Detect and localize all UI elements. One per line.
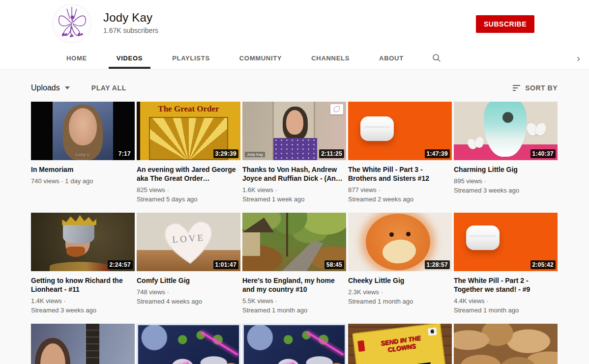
duration-badge: 2:05:42 bbox=[530, 260, 556, 269]
svg-text:LOVE: LOVE bbox=[172, 232, 205, 245]
duration-badge: 3:29:39 bbox=[213, 149, 238, 158]
video-meta: 2.3K views ·Streamed 1 month ago bbox=[348, 287, 452, 306]
thumbnail-art bbox=[286, 213, 288, 256]
video-thumbnail[interactable]: Seasons of life bbox=[454, 324, 558, 364]
heart-art: LOVE bbox=[160, 214, 217, 268]
tab-community[interactable]: COMMUNITY bbox=[232, 47, 290, 69]
uploads-dropdown[interactable]: Uploads bbox=[31, 84, 70, 92]
sort-by-button[interactable]: SORT BY bbox=[513, 84, 558, 92]
thumbnail-art: SEND IN THE CLOWNS bbox=[352, 324, 448, 364]
thumbnail-art bbox=[202, 332, 238, 356]
video-meta: 1.4K views ·Streamed 3 weeks ago bbox=[31, 296, 135, 315]
video-title[interactable]: Thanks to Von Hash, Andrew Joyce and Ruf… bbox=[242, 165, 346, 183]
video-thumbnail[interactable]: LOVE 1:01:47 bbox=[137, 213, 240, 271]
search-icon bbox=[432, 54, 441, 62]
video-title[interactable]: The White Pill - Part 2 - Together we st… bbox=[454, 276, 558, 294]
thumbnail-text: The Great Order bbox=[137, 104, 240, 114]
duration-badge: 1:28:57 bbox=[425, 260, 450, 269]
thumbnail-art bbox=[66, 247, 85, 257]
subscriber-count: 1.67K subscribers bbox=[103, 27, 158, 34]
video-thumbnail[interactable] bbox=[31, 324, 135, 364]
video-title[interactable]: Comfy Little Gig bbox=[137, 276, 240, 285]
thumbnail-art bbox=[307, 332, 344, 356]
video-card[interactable]: Jody Kay 2:11:25 Thanks to Von Hash, And… bbox=[242, 102, 346, 213]
video-thumbnail[interactable]: Jody Kay 2:11:25 bbox=[242, 102, 346, 160]
duration-badge: 1:01:47 bbox=[213, 260, 238, 269]
video-title[interactable]: Here's to England, my home and my countr… bbox=[242, 276, 346, 294]
thumbnail-art bbox=[466, 225, 500, 250]
video-card[interactable]: 1:40:37 Charming Little Gig 895 views ·S… bbox=[454, 102, 558, 213]
thumbnail-art bbox=[62, 215, 96, 225]
fairy-illustration-icon bbox=[52, 4, 91, 43]
video-thumbnail[interactable] bbox=[137, 324, 240, 364]
video-card[interactable]: Lucy L 7:17 In Memoriam 740 views · 1 da… bbox=[31, 102, 135, 213]
video-thumbnail[interactable]: 58:45 bbox=[242, 213, 346, 271]
thumbnail-watermark: Jody Kay bbox=[245, 152, 265, 157]
channel-logo-overlay bbox=[330, 104, 343, 114]
thumbnail-art bbox=[242, 218, 274, 232]
video-title[interactable]: Charming Little Gig bbox=[454, 165, 558, 174]
video-thumbnail[interactable]: 1:28:57 bbox=[348, 213, 452, 271]
thumbnail-art bbox=[50, 262, 110, 271]
channel-name: Jody Kay bbox=[103, 11, 152, 25]
video-card[interactable]: 1:28:57 Cheeky Little Gig 2.3K views ·St… bbox=[348, 213, 452, 324]
video-card[interactable]: The Great Order 3:29:39 An evening with … bbox=[137, 102, 240, 213]
video-title[interactable]: Cheeky Little Gig bbox=[348, 276, 452, 285]
thumbnail-art bbox=[69, 108, 97, 145]
chevron-right-icon[interactable]: › bbox=[577, 47, 580, 69]
subscribe-button[interactable]: SUBSCRIBE bbox=[476, 15, 534, 33]
video-meta: 4.4K views ·Streamed 1 month ago bbox=[454, 296, 558, 315]
video-meta: 748 views ·Streamed 4 weeks ago bbox=[137, 287, 240, 306]
video-card[interactable]: SEND IN THE CLOWNS bbox=[348, 324, 452, 364]
video-card[interactable] bbox=[31, 324, 135, 364]
video-title[interactable]: An evening with Jared George aka The Gre… bbox=[137, 165, 240, 183]
play-all-button[interactable]: PLAY ALL bbox=[91, 84, 126, 92]
video-grid: Lucy L 7:17 In Memoriam 740 views · 1 da… bbox=[0, 95, 589, 364]
video-card[interactable]: LOVE 1:01:47 Comfy Little Gig 748 views … bbox=[137, 213, 240, 324]
video-card[interactable]: 1:47:39 The White Pill - Part 3 - Brothe… bbox=[348, 102, 452, 213]
video-thumbnail[interactable] bbox=[242, 324, 346, 364]
video-card[interactable]: 2:05:42 The White Pill - Part 2 - Togeth… bbox=[454, 213, 558, 324]
video-card[interactable]: Seasons of life bbox=[454, 324, 558, 364]
video-thumbnail[interactable]: 2:05:42 bbox=[454, 213, 558, 271]
thumbnail-art bbox=[286, 110, 304, 135]
tab-videos[interactable]: VIDEOS bbox=[109, 47, 150, 69]
video-card[interactable] bbox=[137, 324, 240, 364]
sort-lines-icon bbox=[513, 85, 520, 91]
videos-controls-row: Uploads PLAY ALL SORT BY bbox=[0, 69, 589, 95]
video-thumbnail[interactable]: 1:47:39 bbox=[348, 102, 452, 160]
video-title[interactable]: Getting to know Richard the Lionheart - … bbox=[31, 276, 135, 294]
channel-search-button[interactable] bbox=[425, 47, 448, 69]
tab-channels[interactable]: CHANNELS bbox=[303, 47, 357, 69]
video-thumbnail[interactable]: Lucy L 7:17 bbox=[31, 102, 135, 160]
duration-badge: 2:24:57 bbox=[108, 260, 133, 269]
video-thumbnail[interactable]: SEND IN THE CLOWNS bbox=[348, 324, 452, 364]
thumbnail-art bbox=[63, 222, 94, 243]
duration-badge: 1:40:37 bbox=[530, 149, 556, 158]
thumbnail-art bbox=[357, 340, 365, 352]
video-meta: 877 views ·Streamed 2 weeks ago bbox=[348, 185, 452, 204]
video-card[interactable]: 58:45 Here's to England, my home and my … bbox=[242, 213, 346, 324]
tab-home[interactable]: HOME bbox=[59, 47, 95, 69]
duration-badge: 7:17 bbox=[117, 149, 133, 158]
tab-about[interactable]: ABOUT bbox=[371, 47, 412, 69]
video-card[interactable]: 2:24:57 Getting to know Richard the Lion… bbox=[31, 213, 135, 324]
video-title[interactable]: The White Pill - Part 3 - Brothers and S… bbox=[348, 165, 452, 183]
duration-badge: 58:45 bbox=[324, 260, 344, 269]
video-card[interactable] bbox=[242, 324, 346, 364]
video-meta: 740 views · 1 day ago bbox=[31, 176, 135, 186]
tab-playlists[interactable]: PLAYLISTS bbox=[164, 47, 218, 69]
video-thumbnail[interactable]: The Great Order 3:29:39 bbox=[137, 102, 240, 160]
thumbnail-art bbox=[242, 231, 260, 256]
video-thumbnail[interactable]: 1:40:37 bbox=[454, 102, 558, 160]
sort-by-label: SORT BY bbox=[525, 84, 558, 92]
video-meta: 1.6K views ·Streamed 1 week ago bbox=[242, 185, 346, 204]
channel-header: Jody Kay 1.67K subscribers SUBSCRIBE bbox=[0, 0, 589, 47]
thumbnail-art bbox=[273, 138, 317, 160]
video-title[interactable]: In Memoriam bbox=[31, 165, 135, 174]
video-meta: 825 views ·Streamed 5 days ago bbox=[137, 185, 240, 204]
video-meta: 895 views ·Streamed 3 weeks ago bbox=[454, 176, 558, 195]
video-thumbnail[interactable]: 2:24:57 bbox=[31, 213, 135, 271]
channel-avatar[interactable] bbox=[52, 4, 91, 43]
thumbnail-art bbox=[86, 324, 99, 364]
